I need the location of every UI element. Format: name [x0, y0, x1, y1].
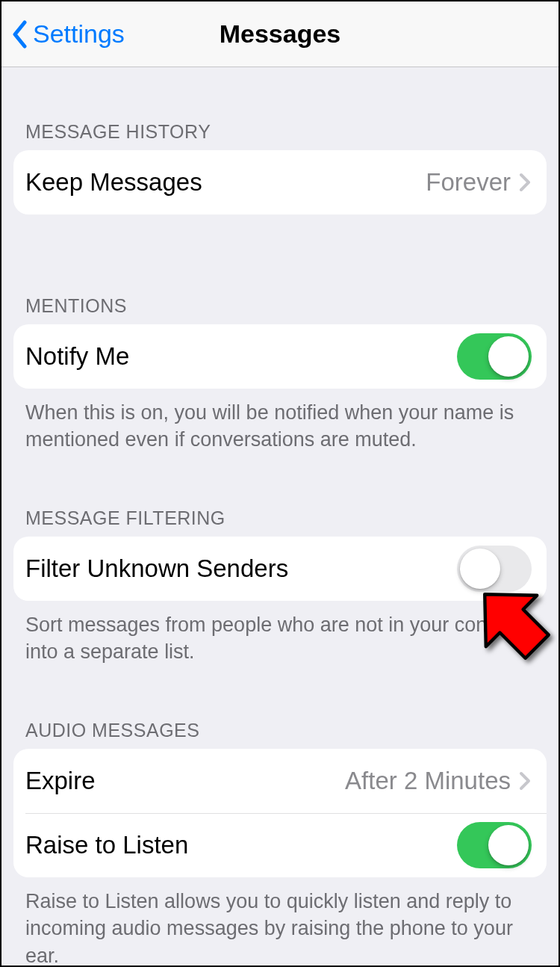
- chevron-right-icon: [518, 770, 532, 792]
- row-keep-messages[interactable]: Keep Messages Forever: [13, 150, 547, 214]
- row-raise-to-listen: Raise to Listen: [13, 813, 547, 877]
- toggle-notify-me[interactable]: [457, 333, 532, 380]
- section-header-message-filtering: MESSAGE FILTERING: [1, 507, 559, 537]
- section-footer-audio-messages: Raise to Listen allows you to quickly li…: [1, 877, 559, 967]
- section-header-message-history: MESSAGE HISTORY: [1, 121, 559, 150]
- notify-me-label: Notify Me: [25, 342, 457, 371]
- toggle-knob: [460, 549, 500, 589]
- toggle-filter-unknown-senders[interactable]: [457, 546, 532, 592]
- toggle-knob: [488, 336, 529, 377]
- raise-to-listen-label: Raise to Listen: [25, 831, 457, 859]
- chevron-right-icon: [518, 171, 532, 194]
- group-message-filtering: Filter Unknown Senders: [13, 537, 547, 601]
- content-area: MESSAGE HISTORY Keep Messages Forever ME…: [1, 67, 559, 967]
- group-mentions: Notify Me: [13, 324, 547, 389]
- group-message-history: Keep Messages Forever: [13, 150, 547, 214]
- section-header-audio-messages: AUDIO MESSAGES: [1, 720, 559, 749]
- back-button[interactable]: Settings: [10, 19, 125, 49]
- settings-screen: Settings Messages MESSAGE HISTORY Keep M…: [0, 0, 560, 967]
- chevron-left-icon: [10, 19, 28, 49]
- section-footer-mentions: When this is on, you will be notified wh…: [1, 389, 559, 454]
- filter-unknown-senders-label: Filter Unknown Senders: [25, 554, 457, 583]
- toggle-raise-to-listen[interactable]: [457, 822, 532, 868]
- section-footer-message-filtering: Sort messages from people who are not in…: [1, 601, 559, 666]
- keep-messages-value: Forever: [426, 168, 511, 197]
- back-label: Settings: [33, 19, 125, 49]
- row-notify-me: Notify Me: [13, 324, 547, 389]
- keep-messages-label: Keep Messages: [25, 168, 426, 197]
- expire-label: Expire: [25, 767, 345, 795]
- section-header-mentions: MENTIONS: [1, 295, 559, 324]
- navigation-bar: Settings Messages: [1, 1, 559, 67]
- row-expire[interactable]: Expire After 2 Minutes: [13, 749, 547, 813]
- toggle-knob: [488, 825, 529, 865]
- row-filter-unknown-senders: Filter Unknown Senders: [13, 537, 547, 601]
- expire-value: After 2 Minutes: [345, 767, 511, 795]
- group-audio-messages: Expire After 2 Minutes Raise to Listen: [13, 749, 547, 877]
